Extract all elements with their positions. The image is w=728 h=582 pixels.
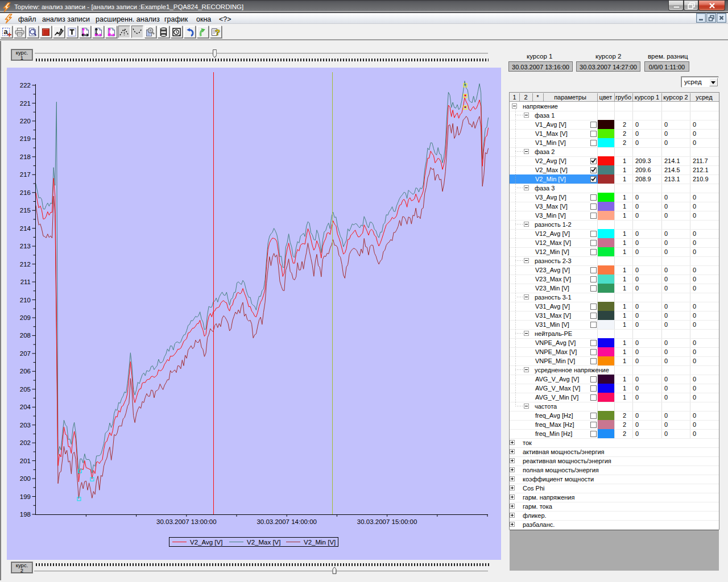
- svg-text:30.03.2007 13:00:00: 30.03.2007 13:00:00: [156, 518, 217, 525]
- svg-text:211: 211: [20, 278, 31, 285]
- svg-text:205: 205: [20, 386, 31, 393]
- svg-text:V2_Max [V]: V2_Max [V]: [247, 539, 280, 546]
- svg-text:214: 214: [20, 225, 31, 232]
- svg-text:215: 215: [20, 207, 31, 214]
- svg-text:30.03.2007 14:00:00: 30.03.2007 14:00:00: [257, 518, 317, 525]
- svg-text:V2_Min [V]: V2_Min [V]: [304, 539, 336, 546]
- svg-text:30.03.2007 15:00:00: 30.03.2007 15:00:00: [357, 518, 417, 525]
- svg-text:202: 202: [20, 439, 31, 446]
- svg-text:218: 218: [20, 153, 31, 160]
- svg-text:?: ?: [215, 27, 220, 37]
- svg-text:199: 199: [20, 493, 31, 500]
- svg-text:222: 222: [20, 82, 31, 89]
- svg-text:207: 207: [20, 350, 31, 357]
- svg-text:213: 213: [20, 243, 31, 250]
- svg-text:V2_Avg [V]: V2_Avg [V]: [190, 539, 222, 546]
- svg-text:201: 201: [20, 458, 31, 464]
- svg-text:208: 208: [20, 332, 31, 339]
- svg-text:200: 200: [20, 475, 31, 482]
- svg-text:204: 204: [20, 404, 31, 410]
- svg-text:219: 219: [20, 135, 31, 142]
- svg-text:203: 203: [20, 422, 31, 429]
- svg-text:221: 221: [20, 100, 31, 107]
- svg-text:216: 216: [20, 189, 31, 196]
- svg-text:220: 220: [20, 118, 31, 124]
- svg-text:209: 209: [20, 314, 31, 321]
- svg-text:198: 198: [20, 511, 31, 518]
- svg-text:206: 206: [20, 368, 31, 375]
- svg-text:210: 210: [20, 297, 31, 304]
- svg-text:212: 212: [20, 261, 31, 268]
- svg-text:217: 217: [20, 171, 31, 178]
